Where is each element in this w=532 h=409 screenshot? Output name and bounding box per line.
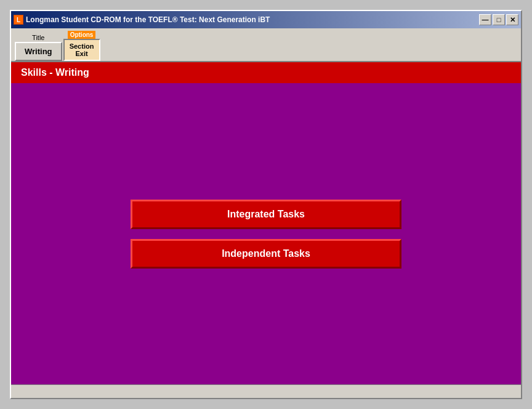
window-controls: — □ ✕ [479, 14, 518, 25]
writing-button[interactable]: Writing [15, 42, 62, 61]
title-group: Title Writing [15, 34, 62, 61]
skills-header: Skills - Writing [11, 62, 521, 83]
section-exit-line1: Section [70, 43, 94, 50]
title-label: Title [32, 34, 44, 41]
section-exit-button[interactable]: Section Exit [63, 39, 100, 61]
options-label: Options [68, 31, 96, 39]
window-title: Longman Student CD-ROM for the TOEFL® Te… [26, 15, 477, 24]
toolbar: Title Writing Options Section Exit [11, 28, 521, 62]
options-group: Options Section Exit [63, 31, 100, 61]
section-exit-line2: Exit [75, 50, 87, 57]
minimize-button[interactable]: — [479, 14, 491, 25]
content-area: Skills - Writing Integrated Tasks Indepe… [11, 62, 521, 384]
integrated-tasks-button[interactable]: Integrated Tasks [131, 200, 401, 229]
main-content: Integrated Tasks Independent Tasks [11, 83, 521, 384]
close-button[interactable]: ✕ [506, 14, 518, 25]
main-window: L Longman Student CD-ROM for the TOEFL® … [10, 10, 522, 399]
maximize-button[interactable]: □ [493, 14, 505, 25]
app-icon: L [14, 15, 23, 25]
title-bar: L Longman Student CD-ROM for the TOEFL® … [11, 11, 521, 28]
status-bar [11, 384, 521, 398]
independent-tasks-button[interactable]: Independent Tasks [131, 239, 401, 269]
